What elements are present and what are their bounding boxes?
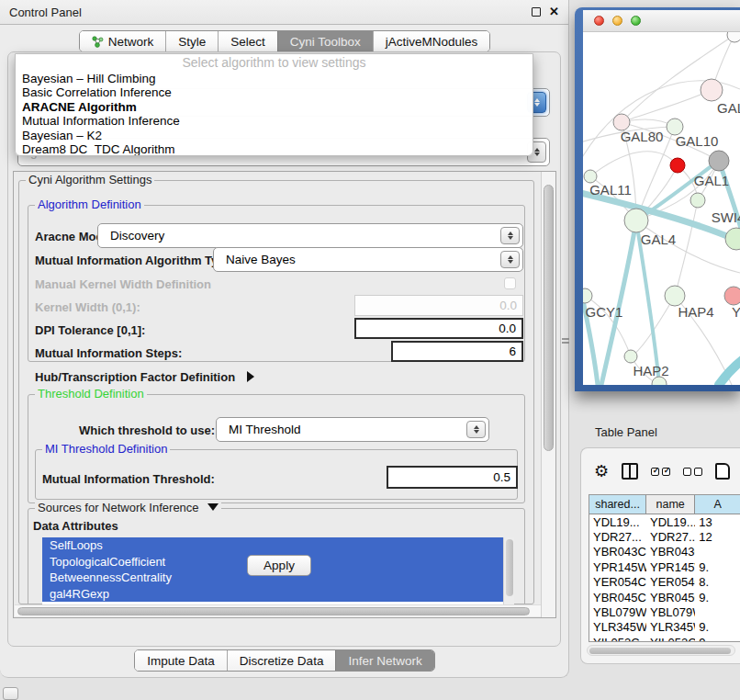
close-traffic-icon[interactable] (594, 16, 604, 26)
table-horizontal-scrollbar[interactable] (587, 645, 735, 656)
tab-jactivemnodules[interactable]: jActiveMNodules (373, 31, 490, 51)
aracne-mode-combo[interactable]: Discovery (97, 223, 523, 248)
table-cell[interactable]: YBL079W (589, 604, 646, 619)
table-row[interactable]: YLR345WYLR345W9. (589, 620, 740, 635)
algorithm-option[interactable]: Mutual Information Inference (16, 114, 533, 128)
network-node-gal[interactable] (701, 79, 723, 101)
algorithm-option[interactable]: ARACNE Algorithm (16, 100, 533, 114)
table-cell[interactable]: YLR345W (646, 620, 695, 635)
table-cell[interactable]: YER054C (589, 575, 646, 590)
table-row[interactable]: YBR045CYBR045C9. (589, 590, 740, 604)
table-column-header[interactable]: A (695, 495, 740, 514)
table-cell[interactable]: YIL052C (589, 635, 646, 642)
table-row[interactable]: YER054CYER054C8. (589, 575, 740, 590)
select-all-columns-icon[interactable] (651, 468, 670, 476)
table-cell[interactable]: YBR045C (646, 590, 695, 604)
table-cell[interactable]: YBR043C (646, 545, 695, 559)
tab-cyni-toolbox[interactable]: Cyni Toolbox (277, 31, 373, 51)
table-column-header[interactable]: name (646, 495, 695, 514)
network-node-hap4[interactable] (665, 286, 685, 306)
minimize-traffic-icon[interactable] (612, 16, 622, 26)
table-cell[interactable]: YLR345W (589, 620, 646, 635)
network-node-hap2[interactable] (624, 350, 637, 363)
algorithm-option[interactable]: Basic Correlation Inference (16, 85, 533, 99)
table-cell[interactable]: YDL19... (646, 514, 695, 529)
algorithm-option[interactable]: Dream8 DC_TDC Algorithm (16, 142, 533, 156)
attribute-item[interactable]: SelfLoops (42, 537, 503, 554)
sources-toggle[interactable]: Sources for Network Inference (35, 501, 221, 514)
table-cell[interactable]: 9. (695, 620, 740, 635)
close-icon[interactable]: ✕ (549, 7, 559, 17)
network-node-y[interactable] (724, 287, 740, 305)
table-row[interactable]: YBR043CYBR043C (589, 545, 740, 559)
mi-steps-field[interactable]: 6 (391, 341, 523, 362)
table-cell[interactable] (695, 545, 740, 559)
table-column-header[interactable]: shared... (589, 495, 646, 514)
tab-style[interactable]: Style (165, 31, 218, 51)
tab-infer-network[interactable]: Infer Network (335, 650, 433, 671)
network-node[interactable] (670, 158, 685, 173)
list-scrollbar[interactable] (503, 537, 514, 605)
tab-network[interactable]: Network (80, 31, 166, 51)
vertical-scrollbar[interactable] (541, 172, 555, 617)
tab-impute-data[interactable]: Impute Data (135, 650, 227, 671)
zoom-traffic-icon[interactable] (631, 16, 641, 26)
panel-splitter-handle[interactable] (562, 337, 569, 345)
node-table[interactable]: shared...nameA YDL19...YDL19...13YDR27..… (589, 494, 740, 642)
table-cell[interactable]: YPR145W (646, 559, 695, 574)
network-node-gal1[interactable] (690, 193, 705, 208)
collapsed-panel-button[interactable] (3, 687, 18, 700)
combo-stepper-icon[interactable] (500, 227, 520, 244)
manual-kernel-checkbox[interactable] (504, 277, 516, 289)
dpi-tolerance-field[interactable]: 0.0 (354, 318, 523, 339)
network-canvas[interactable]: GALGAL80GAL10GAL11GAL1SWI4GAL4GCY1HAP4YH… (583, 32, 740, 385)
kernel-width-field[interactable]: 0.0 (354, 295, 523, 316)
mi-algorithm-type-combo[interactable]: Naive Bayes (213, 247, 523, 272)
table-row[interactable]: YDR27...YDR27...12 (589, 529, 740, 544)
float-window-icon[interactable] (532, 7, 541, 17)
table-cell[interactable] (695, 604, 740, 619)
table-cell[interactable]: YDR27... (589, 529, 646, 544)
table-row[interactable]: YBL079WYBL079W (589, 604, 740, 619)
dpi-tolerance-label: DPI Tolerance [0,1]: (35, 323, 145, 337)
table-row[interactable]: YIL052CYIL052C9 (589, 635, 740, 642)
table-cell[interactable]: YBL079W (646, 604, 695, 619)
deselect-all-columns-icon[interactable] (683, 468, 702, 476)
mi-threshold-field[interactable]: 0.5 (387, 466, 518, 489)
network-node-gal11[interactable] (584, 170, 597, 183)
table-cell[interactable]: 9 (695, 635, 740, 642)
network-node-swi4[interactable] (725, 228, 740, 250)
table-cell[interactable]: 9. (695, 590, 740, 604)
table-cell[interactable]: YPR145W (589, 559, 646, 574)
table-cell[interactable]: YDR27... (646, 529, 695, 544)
hub-definition-toggle[interactable]: Hub/Transcription Factor Definition (35, 368, 254, 385)
table-row[interactable]: YPR145WYPR145W9. (589, 559, 740, 574)
network-node[interactable] (709, 151, 729, 171)
attribute-item[interactable]: gal4RGexp (42, 586, 503, 603)
combo-stepper-icon[interactable] (500, 251, 520, 268)
table-cell[interactable]: YDL19... (589, 514, 646, 529)
column-layout-icon[interactable] (622, 463, 638, 480)
table-cell[interactable]: YBR043C (589, 545, 646, 559)
which-threshold-combo[interactable]: MI Threshold (216, 417, 489, 442)
algorithm-option[interactable]: Bayesian – K2 (16, 129, 533, 142)
table-cell[interactable]: 8. (695, 575, 740, 590)
combo-stepper-icon[interactable] (466, 421, 486, 438)
horizontal-scrollbar[interactable] (15, 604, 552, 616)
gear-icon[interactable]: ⚙ (594, 462, 609, 480)
table-cell[interactable]: 13 (695, 514, 740, 529)
table-row[interactable]: YDL19...YDL19...13 (589, 514, 740, 529)
apply-button[interactable]: Apply (247, 555, 311, 576)
network-node-gal4[interactable] (624, 209, 648, 232)
network-node[interactable] (727, 32, 740, 42)
algorithm-option[interactable]: Bayesian – Hill Climbing (16, 72, 533, 85)
table-cell[interactable]: YIL052C (646, 635, 695, 642)
table-cell[interactable]: YER054C (646, 575, 695, 590)
new-table-icon[interactable] (715, 463, 730, 480)
table-cell[interactable]: 9. (695, 559, 740, 574)
table-cell[interactable]: YBR045C (589, 590, 646, 604)
network-node-gcy1[interactable] (583, 288, 592, 303)
table-cell[interactable]: 12 (695, 529, 740, 544)
tab-select[interactable]: Select (218, 31, 277, 51)
tab-discretize-data[interactable]: Discretize Data (227, 650, 336, 671)
